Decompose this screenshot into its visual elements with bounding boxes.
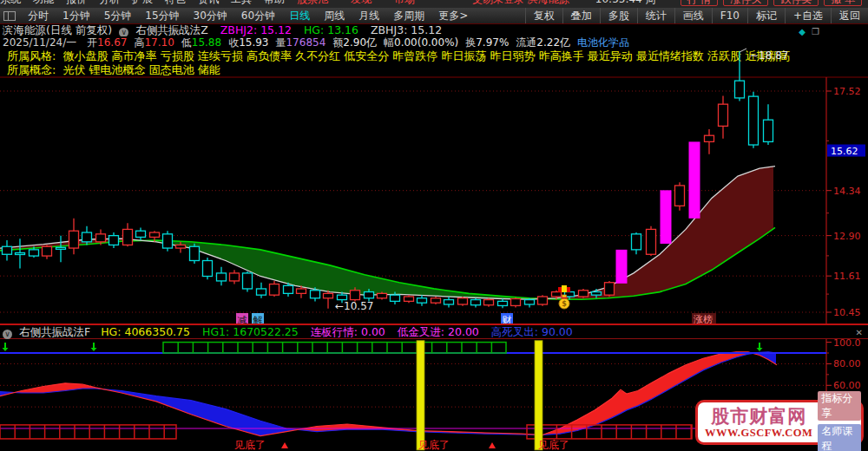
bottom-signal-text: 见底了 <box>418 439 450 451</box>
candle-body <box>270 284 279 296</box>
candle-body <box>16 252 25 254</box>
candle-body <box>647 229 656 254</box>
candle-body <box>136 231 146 237</box>
price-axis-label: 10.45 <box>833 307 861 318</box>
candle-body <box>338 295 347 299</box>
green-strip <box>163 343 506 353</box>
chart-canvas[interactable]: 17.5214.3412.9011.6110.4515.62减解财涨榜←10.5… <box>0 0 868 451</box>
signal-bar <box>535 341 542 450</box>
candle-body <box>719 104 728 126</box>
candle-body <box>444 300 454 304</box>
gift-marker <box>558 287 562 292</box>
candle-body <box>378 293 387 297</box>
candle-body <box>30 250 39 256</box>
trading-app-window: 系统功能报价分析扩展特色资讯工具帮助股票池发现市场交易未登录 滨海能源10:55… <box>0 0 868 451</box>
money-bag-tie <box>562 297 568 299</box>
candle-body <box>605 283 615 295</box>
candle-body <box>511 298 521 305</box>
sub-indicator-header: ∨ 右侧共振战法F HG: 4066350.75HG1: 1670522.25连… <box>0 324 868 339</box>
watermark: 股市财富网 WWW.GSCFW.COM 指标分享名师课程 <box>695 400 864 445</box>
watermark-badge: 指标分享 <box>818 391 861 421</box>
sub-indicator-param: 高死叉出: 90.00 <box>491 325 573 338</box>
sell-arrow-icon <box>91 348 97 351</box>
candle-body <box>351 291 360 300</box>
candle-body <box>230 273 240 281</box>
candle-body <box>297 289 306 293</box>
candle-body <box>404 297 414 301</box>
candle-body <box>324 293 333 297</box>
candle-body <box>82 232 92 242</box>
candle-body <box>43 246 52 256</box>
watermark-badge: 名师课程 <box>818 424 861 451</box>
candle-body <box>311 291 320 298</box>
money-bag-dollar: $ <box>562 300 567 308</box>
buy-triangle-icon <box>281 442 288 448</box>
indicator-band-fill <box>299 352 753 435</box>
candle-body <box>632 234 641 250</box>
limit-up-bar <box>616 250 628 284</box>
chevron-down-icon[interactable]: ∨ <box>3 330 12 339</box>
candle-body <box>190 246 200 260</box>
low-price-annotation: ←10.57 <box>335 300 373 312</box>
candle-body <box>176 245 186 248</box>
candle-body <box>163 234 173 248</box>
candle-body <box>123 229 133 245</box>
close-icon[interactable]: ✕ <box>856 326 863 339</box>
candle-body <box>705 135 714 141</box>
candle-body <box>284 285 293 293</box>
candle-body <box>69 231 79 248</box>
candle-body <box>538 297 548 304</box>
candle-body <box>96 234 106 242</box>
candle-body <box>203 260 213 276</box>
candle-body <box>257 289 266 295</box>
sub-indicator-name[interactable]: 右侧共振战法F <box>19 325 90 338</box>
high-annotation-leader <box>740 49 746 52</box>
candle-body <box>365 292 374 298</box>
candle-body <box>552 292 562 297</box>
value-axis-label: 60.00 <box>833 380 861 391</box>
sub-indicator-param: 低金叉进: 20.00 <box>398 325 479 338</box>
candle-body <box>498 301 508 305</box>
current-price-label: 15.62 <box>831 146 858 157</box>
candle-body <box>525 300 535 304</box>
candle-body <box>56 247 66 249</box>
candle-body <box>431 298 441 303</box>
candle-body <box>735 81 745 98</box>
buy-triangle-icon <box>489 442 496 448</box>
candle-body <box>592 292 602 296</box>
sub-indicator-param: HG: 4066350.75 <box>101 325 190 338</box>
watermark-text: 股市财富网 WWW.GSCFW.COM <box>705 407 812 439</box>
candle-body <box>109 236 119 245</box>
price-axis-label: 11.61 <box>833 271 861 282</box>
sell-arrow-icon <box>757 348 763 351</box>
candle-body <box>418 298 427 303</box>
high-price-annotation: ~18.87 <box>750 49 788 62</box>
watermark-badges: 指标分享名师课程 <box>818 391 861 451</box>
candle-body <box>458 298 468 304</box>
candle-body <box>391 295 400 301</box>
gift-marker <box>567 287 570 292</box>
signal-bar <box>417 341 424 450</box>
limit-up-bar <box>661 190 672 244</box>
price-axis-label: 17.52 <box>833 86 861 97</box>
sub-indicator-param: HG1: 1670522.25 <box>202 325 299 338</box>
watermark-url: WWW.GSCFW.COM <box>705 427 812 439</box>
watermark-title: 股市财富网 <box>711 407 806 427</box>
candle-body <box>471 300 481 305</box>
candle-body <box>3 246 12 254</box>
price-axis-label: 14.34 <box>833 186 861 197</box>
limit-up-bar <box>689 141 700 218</box>
sell-arrow-icon <box>3 348 9 351</box>
bottom-signal-text: 见底了 <box>234 439 266 451</box>
candle-body <box>675 186 685 206</box>
candle-body <box>749 96 759 145</box>
sub-indicator-param: 连板行情: 0.00 <box>311 325 385 338</box>
candle-body <box>217 273 227 281</box>
bottom-signal-text: 见底了 <box>538 439 569 451</box>
price-axis-label: 12.90 <box>833 231 861 242</box>
candle-body <box>484 300 494 305</box>
candle-body <box>243 273 253 289</box>
candle-body <box>764 120 773 141</box>
value-axis-label: 80.00 <box>833 358 861 369</box>
gift-marker <box>562 285 567 292</box>
